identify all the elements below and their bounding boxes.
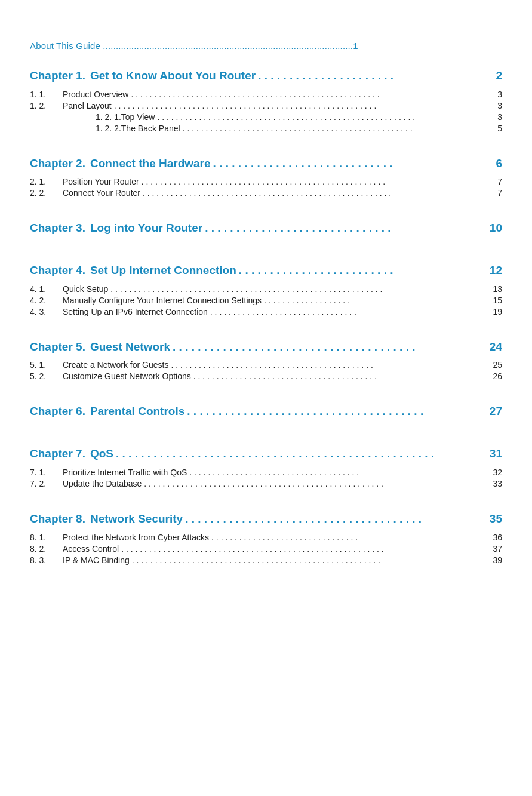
entry-page-ch4-0: 13 [484, 284, 502, 294]
chapter-dots-ch3: . . . . . . . . . . . . . . . . . . . . … [205, 221, 484, 236]
entry-dots-ch5-0: . . . . . . . . . . . . . . . . . . . . … [171, 360, 484, 370]
entry-dots-ch1-0: . . . . . . . . . . . . . . . . . . . . … [131, 90, 484, 99]
toc-entry-ch5-0: 5. 1.Create a Network for Guests. . . . … [30, 360, 502, 370]
entry-dots-ch8-1: . . . . . . . . . . . . . . . . . . . . … [121, 544, 484, 554]
chapter-page-ch7: 31 [484, 447, 502, 462]
chapter-dots-ch5: . . . . . . . . . . . . . . . . . . . . … [173, 340, 484, 355]
toc-entry-ch1-1: 1. 2.Panel Layout. . . . . . . . . . . .… [30, 101, 502, 110]
entry-label-ch2-1: 2. 2. [30, 188, 63, 198]
chapter-label-ch8: Chapter 8. [30, 512, 85, 527]
entry-text-ch1-2: 1. 2. 1.Top View [96, 112, 155, 122]
chapter-label-ch7: Chapter 7. [30, 447, 85, 462]
entry-dots-ch2-0: . . . . . . . . . . . . . . . . . . . . … [142, 177, 484, 186]
toc-entry-ch2-1: 2. 2.Connect Your Router. . . . . . . . … [30, 188, 502, 198]
chapter-label-ch6: Chapter 6. [30, 404, 85, 419]
entry-text-ch2-0: Position Your Router [63, 177, 139, 186]
chapter-title-ch7: QoS [90, 447, 113, 462]
entry-page-ch7-1: 33 [484, 479, 502, 488]
entry-page-ch5-1: 26 [484, 371, 502, 381]
toc-entry-ch8-0: 8. 1.Protect the Network from Cyber Atta… [30, 533, 502, 542]
entry-dots-ch1-2: . . . . . . . . . . . . . . . . . . . . … [157, 112, 484, 122]
toc-entry-ch4-2: 4. 3.Setting Up an IPv6 Internet Connect… [30, 307, 502, 316]
chapter-title-ch8: Network Security [90, 512, 183, 527]
entry-label-ch7-0: 7. 1. [30, 468, 63, 477]
toc-entry-ch1-3: 1. 2. 2.The Back Panel. . . . . . . . . … [30, 124, 502, 133]
entry-text-ch2-1: Connect Your Router [63, 188, 140, 198]
entry-text-ch4-1: Manually Configure Your Internet Connect… [63, 296, 262, 305]
chapter-heading-ch6: Chapter 6.Parental Controls. . . . . . .… [30, 404, 502, 419]
chapter-title-ch1: Get to Know About You Router [90, 69, 256, 84]
entry-text-ch1-3: 1. 2. 2.The Back Panel [96, 124, 180, 133]
chapter-title-ch3: Log into Your Router [90, 221, 202, 236]
entry-text-ch7-1: Update the Database [63, 479, 142, 488]
entry-text-ch4-0: Quick Setup [63, 284, 108, 294]
chapter-title-ch6: Parental Controls [90, 404, 184, 419]
entry-page-ch1-0: 3 [484, 90, 502, 99]
entry-label-ch8-0: 8. 1. [30, 533, 63, 542]
chapter-title-ch2: Connect the Hardware [90, 156, 211, 171]
entry-label-ch1-0: 1. 1. [30, 90, 63, 99]
entry-label-ch5-1: 5. 2. [30, 371, 63, 381]
entry-text-ch7-0: Prioritize Internet Traffic with QoS [63, 468, 187, 477]
chapter-page-ch3: 10 [484, 221, 502, 236]
entry-text-ch8-1: Access Control [63, 544, 119, 554]
entry-label-ch2-0: 2. 1. [30, 177, 63, 186]
toc-container: Chapter 1.Get to Know About You Router. … [30, 69, 502, 571]
chapter-heading-ch8: Chapter 8.Network Security. . . . . . . … [30, 512, 502, 527]
entry-text-ch1-0: Product Overview [63, 90, 128, 99]
chapter-page-ch8: 35 [484, 512, 502, 527]
entry-label-ch7-1: 7. 2. [30, 479, 63, 488]
entry-page-ch5-0: 25 [484, 360, 502, 370]
entry-text-ch8-2: IP & MAC Binding [63, 555, 130, 565]
toc-entry-ch2-0: 2. 1.Position Your Router. . . . . . . .… [30, 177, 502, 186]
chapter-heading-ch2: Chapter 2.Connect the Hardware. . . . . … [30, 156, 502, 171]
entry-text-ch4-2: Setting Up an IPv6 Internet Connection [63, 307, 208, 316]
entry-page-ch7-0: 32 [484, 468, 502, 477]
toc-entry-ch1-0: 1. 1.Product Overview. . . . . . . . . .… [30, 90, 502, 99]
chapter-heading-ch1: Chapter 1.Get to Know About You Router. … [30, 69, 502, 84]
entry-dots-ch7-1: . . . . . . . . . . . . . . . . . . . . … [144, 479, 484, 488]
entry-label-ch4-2: 4. 3. [30, 307, 63, 316]
entry-page-ch2-0: 7 [484, 177, 502, 186]
entry-page-ch1-2: 3 [484, 112, 502, 122]
entry-page-ch4-2: 19 [484, 307, 502, 316]
chapter-page-ch2: 6 [484, 156, 502, 171]
chapter-dots-ch2: . . . . . . . . . . . . . . . . . . . . … [213, 156, 484, 171]
about-guide-page: 1 [353, 41, 358, 51]
chapter-heading-ch3: Chapter 3.Log into Your Router. . . . . … [30, 221, 502, 236]
chapter-page-ch6: 27 [484, 404, 502, 419]
chapter-label-ch3: Chapter 3. [30, 221, 85, 236]
entry-page-ch1-3: 5 [484, 124, 502, 133]
chapter-dots-ch1: . . . . . . . . . . . . . . . . . . . . … [258, 69, 484, 84]
chapter-page-ch5: 24 [484, 340, 502, 355]
entry-text-ch8-0: Protect the Network from Cyber Attacks [63, 533, 209, 542]
entry-page-ch2-1: 7 [484, 188, 502, 198]
entry-dots-ch4-0: . . . . . . . . . . . . . . . . . . . . … [110, 284, 484, 294]
entry-dots-ch7-0: . . . . . . . . . . . . . . . . . . . . … [189, 468, 484, 477]
toc-entry-ch4-0: 4. 1.Quick Setup. . . . . . . . . . . . … [30, 284, 502, 294]
entry-page-ch8-2: 39 [484, 555, 502, 565]
entry-page-ch4-1: 15 [484, 296, 502, 305]
entry-dots-ch4-1: . . . . . . . . . . . . . . . . . . . [264, 296, 484, 305]
entry-label-ch1-1: 1. 2. [30, 101, 63, 110]
entry-label-ch8-2: 8. 3. [30, 555, 63, 565]
toc-entry-ch4-1: 4. 2.Manually Configure Your Internet Co… [30, 296, 502, 305]
about-guide-label: About This Guide [30, 41, 103, 51]
entry-page-ch1-1: 3 [484, 101, 502, 110]
toc-entry-ch8-1: 8. 2.Access Control. . . . . . . . . . .… [30, 544, 502, 554]
entry-dots-ch1-3: . . . . . . . . . . . . . . . . . . . . … [183, 124, 484, 133]
chapter-label-ch5: Chapter 5. [30, 340, 85, 355]
toc-entry-ch8-2: 8. 3.IP & MAC Binding. . . . . . . . . .… [30, 555, 502, 565]
chapter-heading-ch7: Chapter 7.QoS. . . . . . . . . . . . . .… [30, 447, 502, 462]
entry-label-ch8-1: 8. 2. [30, 544, 63, 554]
toc-entry-ch7-0: 7. 1.Prioritize Internet Traffic with Qo… [30, 468, 502, 477]
entry-dots-ch8-2: . . . . . . . . . . . . . . . . . . . . … [132, 555, 484, 565]
chapter-title-ch4: Set Up Internet Connection [90, 263, 236, 278]
entry-dots-ch2-1: . . . . . . . . . . . . . . . . . . . . … [143, 188, 484, 198]
chapter-page-ch4: 12 [484, 263, 502, 278]
entry-dots-ch1-1: . . . . . . . . . . . . . . . . . . . . … [114, 101, 484, 110]
entry-dots-ch8-0: . . . . . . . . . . . . . . . . . . . . … [211, 533, 484, 542]
chapter-dots-ch7: . . . . . . . . . . . . . . . . . . . . … [116, 447, 484, 462]
chapter-page-ch1: 2 [484, 69, 502, 84]
entry-page-ch8-0: 36 [484, 533, 502, 542]
